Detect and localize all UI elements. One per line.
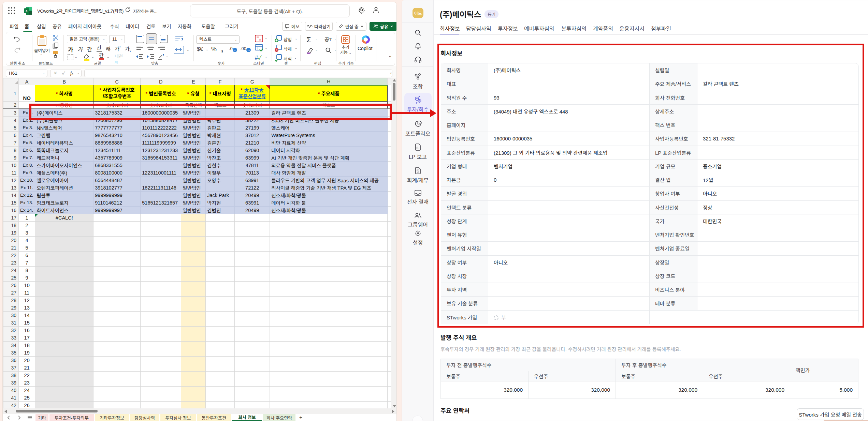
svg-text:x: x <box>26 9 28 13</box>
